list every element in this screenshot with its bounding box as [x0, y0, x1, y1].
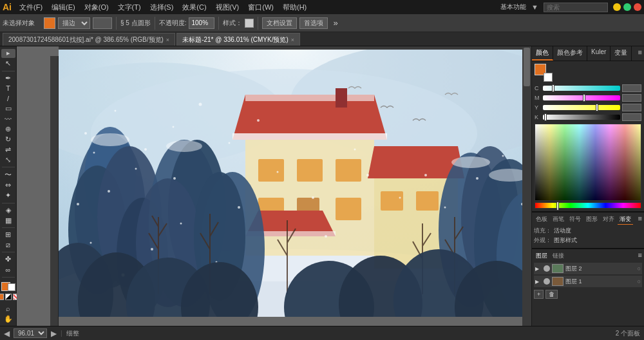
- channel-k-thumb[interactable]: [544, 113, 547, 121]
- tab-0-close[interactable]: ×: [166, 37, 169, 43]
- tool-mode-select[interactable]: 描边: [58, 17, 90, 29]
- menu-search-input[interactable]: [544, 3, 608, 12]
- channel-m-track[interactable]: [543, 95, 620, 100]
- lpt-brush[interactable]: 画笔: [551, 214, 566, 225]
- tool-slice[interactable]: ⧄: [1, 241, 15, 250]
- layer-1-visibility[interactable]: [544, 278, 550, 285]
- tab-color-ref[interactable]: 颜色参考: [553, 46, 587, 61]
- lpt-swatches[interactable]: 色板: [534, 214, 549, 225]
- window-close-btn[interactable]: [634, 3, 641, 11]
- bg-color-swatch[interactable]: [544, 73, 553, 82]
- toolbar-extra-btn[interactable]: »: [333, 18, 337, 28]
- color-panel-menu[interactable]: ≡: [636, 46, 644, 61]
- tool-zoom[interactable]: ⌕: [1, 304, 15, 313]
- lpt-graphic[interactable]: 图形: [584, 214, 600, 225]
- window-maximize-btn[interactable]: [623, 3, 631, 11]
- menu-help[interactable]: 帮助(H): [279, 1, 310, 14]
- tool-scale[interactable]: ⤡: [1, 155, 15, 164]
- tool-blob-brush[interactable]: ⊕: [1, 125, 15, 134]
- channel-c-thumb[interactable]: [552, 84, 554, 92]
- tab-color[interactable]: 颜色: [532, 46, 553, 61]
- tool-eyedropper[interactable]: ✤: [1, 255, 15, 264]
- lpt-align[interactable]: 对齐: [601, 214, 616, 225]
- tool-warp[interactable]: 〜: [1, 170, 15, 180]
- menu-object[interactable]: 对象(O): [80, 1, 113, 14]
- menu-effect[interactable]: 效果(C): [178, 1, 210, 14]
- tab-1-close[interactable]: ×: [291, 37, 294, 43]
- bg-swatch[interactable]: [8, 283, 15, 291]
- tool-width[interactable]: ⇔: [1, 181, 15, 190]
- lpt-symbol[interactable]: 符号: [567, 214, 583, 225]
- layer-2-lock-icon[interactable]: ○: [638, 265, 641, 272]
- vscroll-thumb[interactable]: [524, 48, 530, 86]
- channel-k-track[interactable]: [543, 115, 620, 120]
- tool-direct-select[interactable]: ↖: [1, 59, 15, 68]
- style-swatch[interactable]: [245, 19, 254, 28]
- tool-color-swatch[interactable]: [44, 17, 55, 29]
- channel-y-thumb[interactable]: [596, 104, 598, 111]
- statusbar-zoom-select[interactable]: 96.01: [14, 328, 47, 338]
- tool-brush[interactable]: 〰: [1, 115, 15, 124]
- workspace-dropdown-icon[interactable]: ▼: [531, 3, 538, 11]
- tool-artboard[interactable]: ⊞: [1, 231, 15, 240]
- doc-settings-btn[interactable]: 文档设置: [262, 17, 297, 29]
- tool-blend[interactable]: ∞: [1, 265, 15, 274]
- tool-reflect[interactable]: ⇌: [1, 146, 15, 155]
- layer-1-lock-icon[interactable]: ○: [638, 278, 641, 285]
- tool-rotate[interactable]: ↻: [1, 135, 15, 144]
- menu-file[interactable]: 文件(F): [15, 1, 46, 14]
- gradient-mode-btn[interactable]: [5, 294, 12, 300]
- layer-item-1[interactable]: ▶ 图层 1 ○: [534, 276, 642, 287]
- channel-c-track[interactable]: [543, 86, 620, 91]
- lower-panel-menu[interactable]: ≡: [638, 214, 642, 225]
- tab-kuler[interactable]: Kuler: [587, 46, 611, 61]
- channel-k-input[interactable]: 2.75: [622, 113, 641, 121]
- tool-hand[interactable]: ✋: [1, 314, 15, 323]
- color-spectrum[interactable]: [535, 124, 641, 201]
- tool-rect[interactable]: ▭: [1, 104, 15, 113]
- menu-text[interactable]: 文字(T): [114, 1, 145, 14]
- channel-y-track[interactable]: [543, 105, 620, 110]
- layer-2-visibility[interactable]: [544, 265, 550, 272]
- canvas-area[interactable]: | | | | | | | | | | | | |: [17, 46, 531, 326]
- statusbar-nav-prev[interactable]: ◀: [4, 329, 10, 338]
- statusbar-nav-next[interactable]: ▶: [51, 329, 57, 338]
- tool-pen[interactable]: ✒: [1, 73, 15, 82]
- tool-line[interactable]: /: [1, 94, 15, 103]
- prefs-btn[interactable]: 首选项: [299, 17, 328, 29]
- hue-thumb[interactable]: [556, 202, 559, 211]
- delete-layer-btn[interactable]: 🗑: [545, 290, 558, 299]
- channel-m-input[interactable]: 56.08: [622, 94, 641, 102]
- channel-m-thumb[interactable]: [583, 94, 585, 102]
- layer-1-expand[interactable]: ▶: [535, 278, 542, 285]
- layer-item-2[interactable]: ▶ 图层 2 ○: [534, 263, 642, 274]
- tool-type[interactable]: T: [1, 84, 15, 93]
- channel-y-input[interactable]: 70.84: [622, 104, 641, 111]
- artwork-canvas[interactable]: [59, 50, 529, 317]
- tool-symbol[interactable]: ◈: [1, 205, 15, 214]
- fill-row: 填充： 活动度: [534, 227, 642, 235]
- menu-window[interactable]: 窗口(W): [244, 1, 278, 14]
- layers-panel-menu[interactable]: ≡: [638, 251, 642, 261]
- menu-select[interactable]: 选择(S): [146, 1, 178, 14]
- tool-select[interactable]: ▸: [1, 49, 15, 58]
- tab-1[interactable]: 未标题-21* @ 336.01% (CMYK/预览) ×: [176, 33, 300, 46]
- channel-c-input[interactable]: 13.72: [622, 84, 641, 92]
- menu-edit[interactable]: 编辑(E): [48, 1, 79, 14]
- tab-0[interactable]: 20087301724588601找按].ai* @ 386.65% (RGB/…: [3, 33, 175, 46]
- opacity-input[interactable]: [189, 17, 214, 29]
- new-layer-btn[interactable]: +: [534, 290, 544, 299]
- color-mode-btn[interactable]: [0, 294, 4, 300]
- layers-tab[interactable]: 图层: [534, 251, 549, 261]
- canvas-vscrollbar[interactable]: [522, 46, 531, 326]
- lpt-gradient[interactable]: 渐变: [618, 214, 633, 225]
- tool-bar-graph[interactable]: ▦: [1, 216, 15, 225]
- window-minimize-btn[interactable]: [613, 3, 621, 11]
- tab-variable[interactable]: 变量: [611, 46, 632, 61]
- tool-stroke-input[interactable]: [93, 17, 112, 29]
- layer-2-expand[interactable]: ▶: [535, 265, 542, 272]
- menu-view[interactable]: 视图(V): [212, 1, 243, 14]
- hue-bar[interactable]: [535, 202, 641, 209]
- tool-free-transform[interactable]: ✦: [1, 191, 15, 200]
- links-tab[interactable]: 链接: [551, 251, 566, 261]
